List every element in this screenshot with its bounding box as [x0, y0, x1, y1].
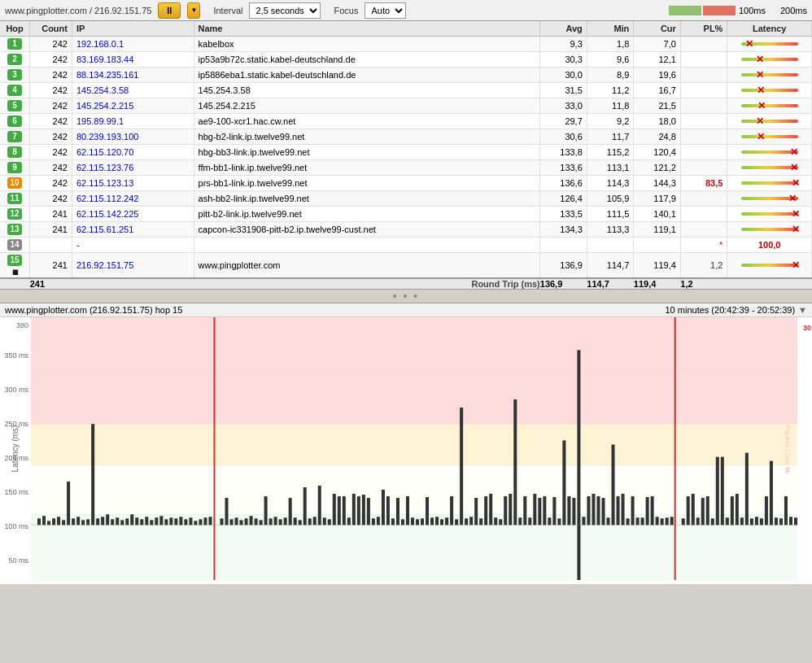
hop-cur: [634, 238, 681, 253]
hop-cur: 121,2: [634, 160, 681, 176]
col-ip: IP: [72, 21, 194, 37]
hop-avg: 133,8: [540, 145, 587, 160]
svg-rect-53: [255, 518, 258, 525]
y-label-200: 200 ms: [4, 454, 28, 462]
hop-min: 114,7: [587, 253, 634, 279]
hop-ip[interactable]: 88.134.235.161: [72, 68, 194, 83]
hop-ip[interactable]: 62.115.123.76: [72, 160, 194, 176]
hop-ip[interactable]: 62.115.120.70: [72, 145, 194, 160]
hop-latency-bar: ✕: [727, 207, 812, 222]
svg-rect-141: [692, 494, 695, 525]
hop-cur: 117,9: [634, 191, 681, 207]
hop-ip[interactable]: 195.89.99.1: [72, 114, 194, 129]
svg-rect-95: [460, 408, 463, 525]
hop-latency-bar: ✕: [727, 68, 812, 83]
svg-rect-137: [666, 517, 669, 525]
svg-rect-29: [130, 514, 133, 525]
svg-rect-152: [745, 453, 749, 526]
svg-rect-54: [260, 520, 263, 525]
svg-rect-22: [96, 518, 99, 525]
hop-name: ash-bb2-link.ip.twelve99.net: [194, 191, 540, 207]
y-label-150: 150 ms: [4, 488, 28, 496]
svg-rect-78: [377, 517, 380, 525]
latency-legend: 100ms 200ms: [669, 6, 807, 15]
hop-count: 242: [30, 129, 72, 145]
plot-area: [31, 317, 797, 580]
hop-count: 242: [30, 37, 72, 52]
svg-rect-28: [125, 518, 129, 525]
svg-rect-109: [528, 517, 531, 525]
hop-ip[interactable]: 145.254.3.58: [72, 83, 194, 98]
svg-rect-64: [308, 518, 312, 525]
hop-min: [587, 238, 634, 253]
focus-select[interactable]: Auto: [365, 2, 406, 19]
hop-ip[interactable]: 80.239.193.100: [72, 129, 194, 145]
svg-rect-67: [323, 517, 326, 525]
hop-cur: 119,1: [634, 222, 681, 238]
svg-rect-76: [367, 498, 370, 525]
drag-handle[interactable]: • • •: [0, 289, 812, 303]
hop-ip[interactable]: 62.115.61.251: [72, 222, 194, 238]
url-label: www.pingplotter.com / 216.92.151.75: [5, 6, 151, 15]
svg-rect-1: [31, 424, 797, 465]
svg-rect-82: [396, 498, 399, 525]
hop-ip[interactable]: 145.254.2.215: [72, 98, 194, 114]
hop-avg: 29,7: [540, 114, 587, 129]
svg-rect-113: [548, 517, 551, 525]
hop-ip[interactable]: 62.115.123.13: [72, 176, 194, 191]
hop-cur: 21,5: [634, 98, 681, 114]
graph-title: www.pingplotter.com (216.92.151.75) hop …: [5, 305, 182, 315]
svg-rect-104: [504, 496, 507, 525]
interval-select[interactable]: 2,5 seconds: [249, 2, 321, 19]
svg-rect-37: [169, 517, 172, 525]
col-latency: Latency: [727, 21, 812, 37]
hop-pl: [680, 129, 727, 145]
hop-latency-bar: ✕: [727, 253, 812, 279]
svg-rect-143: [701, 498, 705, 525]
hop-ip[interactable]: 62.115.142.225: [72, 207, 194, 222]
hop-ip[interactable]: 216.92.151.75: [72, 253, 194, 279]
top-bar: www.pingplotter.com / 216.92.151.75 ⏸ ▼ …: [0, 0, 812, 21]
hop-latency-bar: ✕: [727, 114, 812, 129]
svg-rect-93: [450, 496, 453, 525]
hop-count: 241: [30, 207, 72, 222]
svg-rect-118: [572, 498, 575, 525]
svg-rect-120: [582, 517, 585, 525]
svg-rect-98: [474, 498, 478, 525]
svg-rect-87: [421, 518, 424, 525]
svg-rect-151: [740, 517, 744, 525]
hop-cur: 7,0: [634, 37, 681, 52]
svg-rect-15: [62, 520, 65, 525]
hop-ip[interactable]: 83.169.183.44: [72, 52, 194, 68]
svg-rect-21: [91, 424, 94, 525]
hop-min: 114,3: [587, 176, 634, 191]
hop-ip[interactable]: 192.168.0.1: [72, 37, 194, 52]
hop-latency-bar: ✕: [727, 98, 812, 114]
right-axis: 30 Packet Loss %: [797, 317, 812, 580]
hop-name: hbg-b2-link.ip.twelve99.net: [194, 129, 540, 145]
svg-rect-162: [794, 517, 797, 525]
hop-number: 2: [0, 52, 30, 68]
svg-rect-142: [696, 517, 700, 525]
svg-rect-146: [716, 457, 719, 526]
graph-expand-icon[interactable]: ▼: [798, 305, 807, 315]
pause-button[interactable]: ⏸: [158, 2, 181, 19]
svg-rect-41: [189, 517, 192, 525]
interval-dropdown-button[interactable]: ▼: [187, 2, 200, 19]
hop-count: 241: [30, 222, 72, 238]
svg-rect-140: [687, 496, 690, 525]
svg-rect-130: [631, 496, 635, 525]
svg-rect-136: [661, 518, 664, 525]
col-hop: Hop: [0, 21, 30, 37]
hop-avg: 9,3: [540, 37, 587, 52]
hop-number: 11: [0, 191, 30, 207]
svg-rect-80: [386, 496, 390, 525]
hop-latency-bar: ✕: [727, 145, 812, 160]
svg-rect-69: [333, 494, 336, 525]
summary-min: 114,7: [587, 278, 634, 289]
svg-rect-124: [601, 498, 605, 525]
svg-rect-72: [347, 517, 351, 525]
svg-rect-25: [111, 519, 114, 525]
hop-ip[interactable]: 62.115.112.242: [72, 191, 194, 207]
svg-rect-119: [577, 350, 580, 580]
